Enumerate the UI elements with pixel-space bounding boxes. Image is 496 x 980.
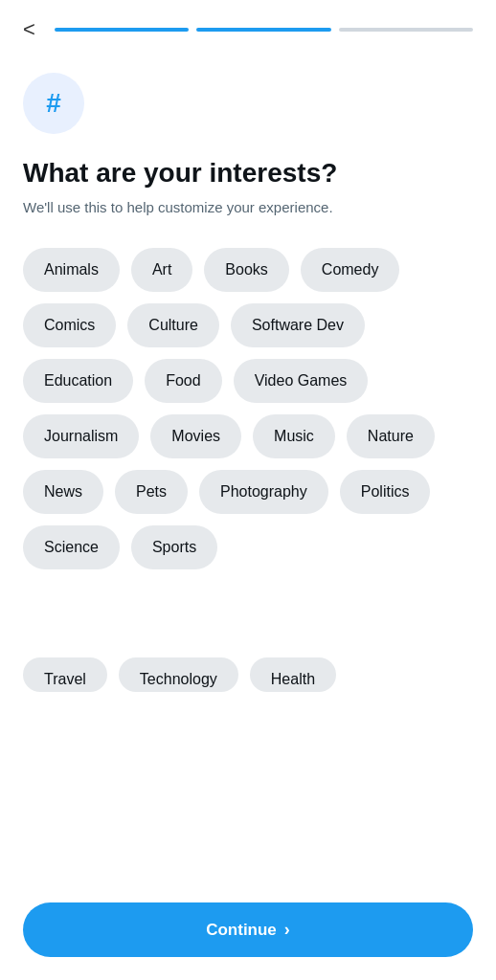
- interest-chip-comics[interactable]: Comics: [23, 303, 116, 347]
- partial-chip-health: Health: [250, 657, 336, 692]
- interest-chip-politics[interactable]: Politics: [340, 470, 431, 514]
- hashtag-icon: #: [46, 88, 61, 119]
- interest-chip-photography[interactable]: Photography: [199, 470, 328, 514]
- interest-chip-education[interactable]: Education: [23, 359, 133, 403]
- continue-button[interactable]: Continue ›: [23, 902, 473, 957]
- interest-chip-music[interactable]: Music: [253, 414, 335, 458]
- progress-bar-container: [55, 28, 473, 32]
- partial-chips-row: TravelTechnologyHealth: [0, 657, 496, 692]
- progress-segment-2: [339, 28, 473, 32]
- interest-chip-video-games[interactable]: Video Games: [234, 359, 369, 403]
- bottom-bar: Continue ›: [0, 887, 496, 980]
- top-bar: <: [0, 0, 496, 50]
- back-button[interactable]: <: [23, 19, 35, 40]
- progress-segment-1: [196, 28, 330, 32]
- chevron-right-icon: ›: [284, 920, 290, 940]
- hashtag-icon-wrapper: #: [23, 73, 84, 134]
- interests-container: AnimalsArtBooksComedyComicsCultureSoftwa…: [0, 233, 496, 665]
- page-subtitle: We'll use this to help customize your ex…: [23, 197, 473, 217]
- interest-chip-pets[interactable]: Pets: [115, 470, 188, 514]
- interest-chip-books[interactable]: Books: [204, 248, 288, 292]
- interest-chip-science[interactable]: Science: [23, 525, 120, 569]
- interest-chip-animals[interactable]: Animals: [23, 248, 120, 292]
- interest-chip-software-dev[interactable]: Software Dev: [231, 303, 365, 347]
- interest-chip-food[interactable]: Food: [145, 359, 221, 403]
- page-title: What are your interests?: [23, 157, 473, 189]
- interest-chip-nature[interactable]: Nature: [347, 414, 435, 458]
- progress-segment-0: [55, 28, 189, 32]
- header-section: # What are your interests? We'll use thi…: [0, 50, 496, 233]
- partial-chip-technology: Technology: [119, 657, 238, 692]
- continue-label: Continue: [206, 921, 277, 940]
- interest-chip-sports[interactable]: Sports: [131, 525, 217, 569]
- interest-chip-news[interactable]: News: [23, 470, 103, 514]
- interest-chip-comedy[interactable]: Comedy: [301, 248, 400, 292]
- interest-chip-art[interactable]: Art: [131, 248, 192, 292]
- interest-chip-movies[interactable]: Movies: [150, 414, 241, 458]
- interest-chip-journalism[interactable]: Journalism: [23, 414, 139, 458]
- interest-chip-culture[interactable]: Culture: [127, 303, 219, 347]
- partial-chip-travel: Travel: [23, 657, 107, 692]
